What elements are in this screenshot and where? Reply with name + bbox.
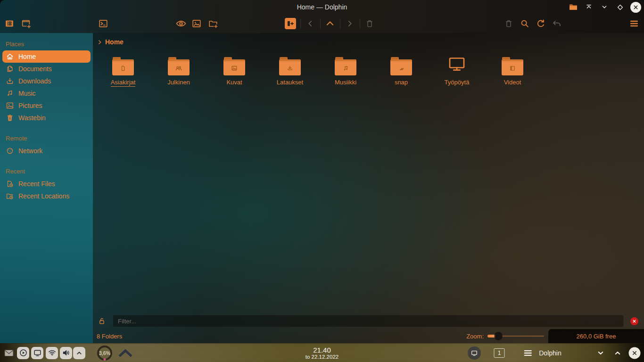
show-places-panel-button[interactable] [2,16,17,31]
close-button[interactable] [630,2,641,13]
free-space-indicator[interactable]: 260,0 GiB free [548,329,644,343]
zoom-slider-handle[interactable] [495,333,502,339]
clock-date: to 22.12.2022 [305,354,339,360]
preview-button[interactable] [174,16,188,31]
folder-label: Musiikki [335,79,356,86]
sidebar-item-documents[interactable]: Documents [0,63,93,75]
search-button[interactable] [518,16,532,31]
filter-input[interactable] [113,315,624,327]
minimize-button[interactable] [599,2,610,12]
pictures-folder-icon [223,59,245,75]
folder-label: Videot [504,79,521,86]
downloads-folder-icon [279,59,301,75]
move-to-trash-button[interactable] [363,16,377,31]
items-count: 8 Folders [97,329,122,343]
icon-view-mode-button[interactable] [190,16,204,31]
sidebar-item-label: Downloads [18,77,51,85]
toolbar [0,14,644,33]
places-section-header: Places [0,36,93,50]
downloads-icon [6,77,14,85]
panel-close-button[interactable] [629,347,641,359]
clock[interactable]: 21.40 to 22.12.2022 [305,346,339,360]
clear-filter-button[interactable] [630,317,638,325]
sidebar-spacer [0,124,93,131]
toolbar-separator [300,18,301,29]
breadcrumb-current[interactable]: Home [105,38,124,46]
expand-tray-icon[interactable] [73,347,85,359]
show-desktop-button[interactable] [468,346,481,360]
sidebar-item-network[interactable]: Network [0,145,93,157]
remote-section-header: Remote [0,131,93,145]
virtual-desktop-pager[interactable]: 1 [494,348,505,358]
sidebar-spacer [0,157,93,164]
cpu-usage-gauge[interactable]: 3,6% [97,346,112,361]
create-folder-button[interactable] [206,16,220,31]
volume-tray-icon[interactable] [60,347,72,359]
task-manager-entry[interactable]: Dolphin [523,348,561,358]
media-player-tray-icon[interactable] [17,347,29,359]
sidebar-item-label: Pictures [18,102,42,109]
breadcrumb[interactable]: Home [97,38,124,46]
menu-button[interactable] [627,16,641,31]
panel-chevron-up-icon[interactable] [613,348,622,358]
zoom-control: Zoom: [466,329,544,343]
clock-time: 21.40 [305,346,339,354]
sidebar-item-label: Network [18,147,42,155]
taskbar-dolphin-icon[interactable] [436,359,453,362]
sidebar-item-recent-files[interactable]: Recent Files [0,178,93,190]
folder-item-lataukset[interactable]: Lataukset [262,53,318,87]
folder-item-musiikki[interactable]: Musiikki [318,53,373,87]
split-view-button[interactable] [283,16,297,31]
maximize-button[interactable] [615,2,625,12]
sidebar-item-downloads[interactable]: Downloads [0,75,93,87]
toolbar-separator [320,18,321,29]
recent-locations-icon [6,192,14,200]
folder-label: Julkinen [167,79,190,86]
zoom-slider[interactable] [487,333,544,339]
panel-chevron-down-icon[interactable] [596,348,605,358]
wastebin-icon [6,114,14,122]
sidebar-item-wastebin[interactable]: Wastebin [0,112,93,124]
mail-tray-icon[interactable] [3,347,15,359]
music-folder-icon [335,59,356,75]
folder-item-julkinen[interactable]: Julkinen [151,53,206,87]
taskbar: 3,6% 21.40 to 22.12.2022 1 Dolphin [0,343,644,362]
music-icon [6,89,14,98]
new-window-button[interactable] [19,16,33,31]
folder-label: Lataukset [277,79,303,86]
videos-folder-icon [502,59,523,75]
titlebar[interactable]: Home — Dolphin [0,0,644,14]
folder-item-tyopoyta[interactable]: Työpöytä [429,53,485,87]
network-icon [6,147,14,155]
back-button[interactable] [303,16,317,31]
folder-item-videot[interactable]: Videot [485,53,540,87]
forward-button[interactable] [343,16,357,31]
window-header: Home — Dolphin [0,0,644,33]
folder-item-asiakirjat[interactable]: Asiakirjat [95,53,151,87]
sidebar-item-recent-locations[interactable]: Recent Locations [0,190,93,202]
dolphin-window: Home — Dolphin [0,0,644,343]
display-tray-icon[interactable] [31,347,43,359]
reload-button[interactable] [534,16,548,31]
sidebar-item-label: Recent Locations [18,192,69,200]
lock-open-icon[interactable] [98,317,106,325]
folder-view[interactable]: Home Asiakirjat Julkinen [93,33,644,343]
up-button[interactable] [323,16,337,31]
sidebar-item-label: Music [18,90,36,97]
wifi-tray-icon[interactable] [46,347,58,359]
undo-button[interactable] [550,16,564,31]
sidebar-item-pictures[interactable]: Pictures [0,99,93,112]
recent-files-icon [6,180,14,188]
home-icon [6,52,14,61]
public-folder-icon [168,59,190,75]
keep-above-button[interactable] [584,2,594,12]
sidebar-item-music[interactable]: Music [0,87,93,99]
empty-trash-button[interactable] [502,16,516,31]
open-terminal-button[interactable] [96,16,110,31]
chevron-up-widget-icon[interactable] [118,347,133,359]
sidebar-item-label: Recent Files [18,180,55,188]
sidebar-item-home[interactable]: Home [2,50,91,63]
folder-label: snap [395,79,408,86]
folder-item-kuvat[interactable]: Kuvat [206,53,262,87]
folder-item-snap[interactable]: snap [373,53,429,87]
